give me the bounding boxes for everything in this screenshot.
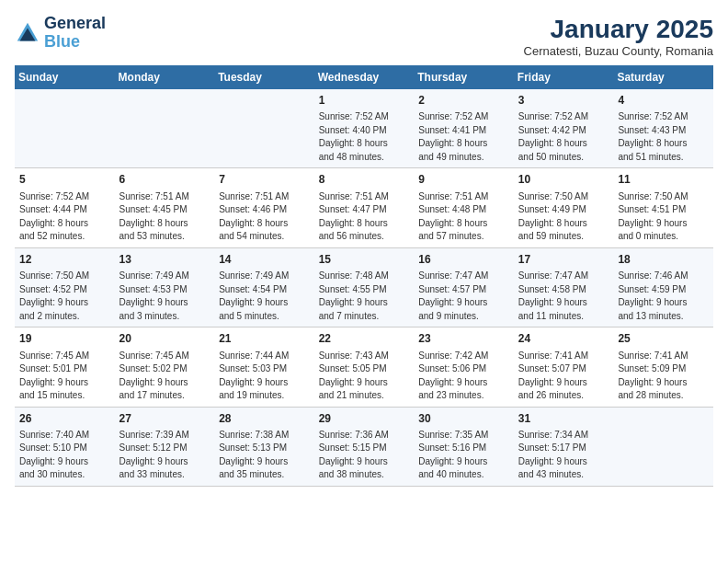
calendar-cell: 22Sunrise: 7:43 AMSunset: 5:05 PMDayligh…: [314, 327, 415, 407]
day-number: 19: [19, 331, 110, 347]
cell-line: and 28 minutes.: [618, 389, 709, 403]
cell-line: Daylight: 9 hours: [418, 376, 509, 390]
calendar-cell: [214, 89, 314, 168]
calendar-cell: 9Sunrise: 7:51 AMSunset: 4:48 PMDaylight…: [414, 168, 514, 247]
calendar-cell: [613, 407, 713, 486]
cell-line: Daylight: 8 hours: [418, 217, 509, 231]
calendar-cell: 30Sunrise: 7:35 AMSunset: 5:16 PMDayligh…: [414, 407, 514, 486]
cell-line: and 0 minutes.: [618, 230, 709, 244]
cell-line: Daylight: 8 hours: [319, 137, 410, 151]
calendar-cell: 24Sunrise: 7:41 AMSunset: 5:07 PMDayligh…: [514, 327, 614, 407]
cell-line: Daylight: 9 hours: [19, 296, 110, 310]
cell-line: Sunset: 4:59 PM: [618, 283, 709, 297]
cell-line: Sunset: 5:09 PM: [618, 362, 709, 376]
calendar-cell: 15Sunrise: 7:48 AMSunset: 4:55 PMDayligh…: [314, 247, 415, 327]
cell-line: Sunset: 5:03 PM: [219, 362, 310, 376]
calendar-cell: 19Sunrise: 7:45 AMSunset: 5:01 PMDayligh…: [15, 327, 115, 407]
day-number: 22: [319, 331, 410, 347]
cell-line: Sunrise: 7:49 AM: [119, 270, 210, 283]
cell-line: and 40 minutes.: [418, 468, 509, 482]
day-number: 9: [418, 172, 509, 188]
cell-line: Sunrise: 7:50 AM: [518, 190, 609, 204]
cell-line: Sunset: 5:10 PM: [19, 442, 110, 455]
day-number: 17: [518, 252, 609, 268]
cell-line: and 52 minutes.: [19, 230, 110, 244]
cell-line: Daylight: 8 hours: [618, 137, 709, 151]
calendar-cell: 18Sunrise: 7:46 AMSunset: 4:59 PMDayligh…: [613, 247, 713, 327]
cell-line: Sunrise: 7:42 AM: [418, 350, 509, 363]
calendar-week-row: 1Sunrise: 7:52 AMSunset: 4:40 PMDaylight…: [15, 89, 713, 168]
calendar-cell: 8Sunrise: 7:51 AMSunset: 4:47 PMDaylight…: [314, 168, 415, 247]
cell-line: Daylight: 9 hours: [319, 376, 410, 390]
month-title: January 2025: [524, 15, 713, 44]
page-header: General Blue January 2025 Cernatesti, Bu…: [15, 15, 713, 58]
cell-line: Daylight: 9 hours: [219, 296, 310, 310]
calendar-cell: 28Sunrise: 7:38 AMSunset: 5:13 PMDayligh…: [214, 407, 314, 486]
cell-line: Daylight: 8 hours: [219, 217, 310, 231]
cell-line: and 54 minutes.: [219, 230, 310, 244]
calendar-cell: 26Sunrise: 7:40 AMSunset: 5:10 PMDayligh…: [15, 407, 115, 486]
calendar-cell: 10Sunrise: 7:50 AMSunset: 4:49 PMDayligh…: [514, 168, 614, 247]
cell-line: and 57 minutes.: [418, 230, 509, 244]
cell-line: Sunset: 5:02 PM: [119, 362, 210, 376]
day-number: 7: [219, 172, 310, 188]
day-number: 12: [19, 252, 110, 268]
cell-line: Daylight: 8 hours: [19, 217, 110, 231]
cell-line: Sunset: 4:44 PM: [19, 203, 110, 217]
cell-line: Daylight: 9 hours: [518, 376, 609, 390]
cell-line: Daylight: 9 hours: [219, 455, 310, 469]
cell-line: Sunset: 5:13 PM: [219, 442, 310, 455]
weekday-header: Tuesday: [214, 65, 314, 89]
calendar-cell: 25Sunrise: 7:41 AMSunset: 5:09 PMDayligh…: [613, 327, 713, 407]
day-number: 15: [319, 252, 410, 268]
logo-line2: Blue: [44, 33, 106, 52]
cell-line: Daylight: 9 hours: [418, 296, 509, 310]
calendar-cell: 5Sunrise: 7:52 AMSunset: 4:44 PMDaylight…: [15, 168, 115, 247]
cell-line: and 19 minutes.: [219, 389, 310, 403]
calendar-cell: 23Sunrise: 7:42 AMSunset: 5:06 PMDayligh…: [414, 327, 514, 407]
cell-line: and 35 minutes.: [219, 468, 310, 482]
cell-line: and 49 minutes.: [418, 151, 509, 165]
cell-line: Sunrise: 7:34 AM: [518, 429, 609, 442]
cell-line: and 26 minutes.: [518, 389, 609, 403]
calendar-cell: 27Sunrise: 7:39 AMSunset: 5:12 PMDayligh…: [115, 407, 215, 486]
weekday-header-row: SundayMondayTuesdayWednesdayThursdayFrid…: [15, 65, 713, 89]
cell-line: Sunset: 5:06 PM: [418, 362, 509, 376]
day-number: 21: [219, 331, 310, 347]
cell-line: Sunrise: 7:52 AM: [418, 110, 509, 124]
cell-line: and 11 minutes.: [518, 310, 609, 324]
cell-line: and 38 minutes.: [319, 468, 410, 482]
cell-line: and 23 minutes.: [418, 389, 509, 403]
cell-line: Daylight: 8 hours: [518, 137, 609, 151]
cell-line: Daylight: 9 hours: [618, 376, 709, 390]
cell-line: Sunset: 5:12 PM: [119, 442, 210, 455]
cell-line: Sunrise: 7:43 AM: [319, 350, 410, 363]
day-number: 18: [618, 252, 709, 268]
day-number: 3: [518, 93, 609, 109]
cell-line: Sunrise: 7:52 AM: [319, 110, 410, 124]
calendar-cell: 7Sunrise: 7:51 AMSunset: 4:46 PMDaylight…: [214, 168, 314, 247]
cell-line: Sunrise: 7:52 AM: [618, 110, 709, 124]
cell-line: Daylight: 9 hours: [618, 296, 709, 310]
cell-line: Sunrise: 7:49 AM: [219, 270, 310, 283]
cell-line: Sunset: 4:57 PM: [418, 283, 509, 297]
cell-line: and 50 minutes.: [518, 151, 609, 165]
cell-line: Sunset: 5:17 PM: [518, 442, 609, 455]
cell-line: and 5 minutes.: [219, 310, 310, 324]
cell-line: Daylight: 9 hours: [418, 455, 509, 469]
cell-line: Sunrise: 7:45 AM: [119, 350, 210, 363]
cell-line: Daylight: 9 hours: [518, 296, 609, 310]
calendar-cell: 31Sunrise: 7:34 AMSunset: 5:17 PMDayligh…: [514, 407, 614, 486]
day-number: 5: [19, 172, 110, 188]
day-number: 27: [119, 411, 210, 427]
cell-line: Sunset: 5:15 PM: [319, 442, 410, 455]
day-number: 23: [418, 331, 509, 347]
day-number: 16: [418, 252, 509, 268]
cell-line: Sunrise: 7:52 AM: [518, 110, 609, 124]
day-number: 24: [518, 331, 609, 347]
weekday-header: Saturday: [613, 65, 713, 89]
cell-line: Sunset: 4:43 PM: [618, 124, 709, 138]
logo-icon: [15, 20, 40, 46]
day-number: 6: [119, 172, 210, 188]
cell-line: and 56 minutes.: [319, 230, 410, 244]
